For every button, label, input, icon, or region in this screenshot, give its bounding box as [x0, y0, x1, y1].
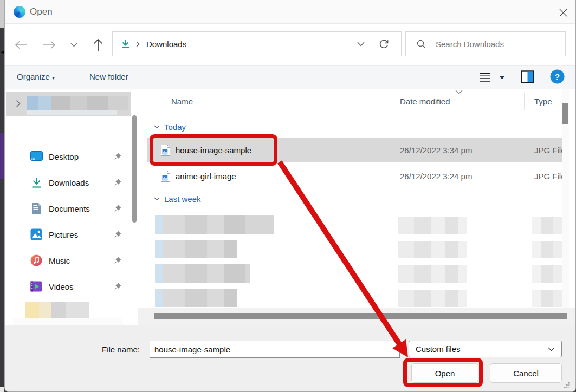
column-divider[interactable]: [524, 93, 525, 110]
breadcrumb-location[interactable]: Downloads: [146, 40, 186, 49]
videos-icon: [30, 280, 43, 293]
chevron-right-icon: [136, 41, 140, 47]
resize-grip[interactable]: [563, 381, 571, 389]
search-icon: [417, 40, 426, 49]
background-segment: [0, 387, 4, 392]
search-box[interactable]: Search Downloads: [405, 31, 566, 56]
address-bar-controls: [357, 39, 392, 49]
window-title: Open: [30, 6, 53, 17]
back-button[interactable]: [13, 37, 29, 53]
column-header-type[interactable]: Type: [534, 97, 552, 106]
file-name-label: File name:: [102, 345, 140, 354]
sidebar-item-music[interactable]: Music: [5, 247, 131, 273]
refresh-icon[interactable]: [379, 39, 389, 49]
sidebar-item-label: Pictures: [49, 230, 113, 239]
sidebar-item-desktop[interactable]: Desktop: [5, 143, 131, 169]
file-row-anime-girl-image[interactable]: anime-girl-image 26/12/2022 3:24 pm JPG …: [147, 164, 562, 188]
caret-down-icon: [499, 76, 505, 80]
view-mode-dropdown[interactable]: [499, 76, 505, 80]
chevron-down-icon: [154, 197, 160, 201]
file-row-blurred[interactable]: [138, 264, 562, 283]
search-placeholder: Search Downloads: [436, 40, 504, 49]
open-file-dialog: Open: [4, 0, 576, 392]
horizontal-scrollbar-thumb[interactable]: [154, 313, 567, 319]
group-header-last-week[interactable]: Last week: [154, 192, 201, 205]
file-type-select[interactable]: Custom files: [409, 341, 562, 357]
organize-menu-button[interactable]: Organize ▾: [17, 72, 55, 81]
column-header-date-modified[interactable]: Date modified: [400, 97, 450, 106]
arrow-left-icon: [15, 41, 28, 49]
chevron-down-icon: [548, 347, 555, 351]
file-name-input[interactable]: [150, 341, 400, 358]
sidebar-item-label: Music: [49, 256, 113, 265]
edge-app-icon: [14, 6, 25, 18]
blurred-content: [27, 96, 128, 110]
column-header-name[interactable]: Name: [171, 97, 193, 106]
sidebar-item-pictures[interactable]: Pictures: [5, 221, 131, 247]
help-button[interactable]: ?: [550, 69, 565, 84]
blurred-date: [398, 265, 467, 283]
file-list: Name Date modified Type Today: [138, 89, 576, 325]
chevron-down-icon: [70, 43, 77, 47]
pin-icon: [113, 231, 121, 239]
tree-item-blurred[interactable]: [6, 92, 131, 116]
music-icon: [30, 254, 43, 267]
close-button[interactable]: [555, 4, 571, 21]
chevron-down-icon: [154, 125, 160, 129]
blurred-type: [532, 265, 562, 283]
list-view-icon: [479, 72, 491, 82]
file-type: JPG File: [534, 146, 564, 155]
pin-icon: [113, 179, 121, 187]
svg-text:?: ?: [555, 72, 560, 81]
file-type-selected-value: Custom files: [416, 344, 548, 354]
pin-icon: [113, 153, 121, 161]
downloads-icon: [30, 176, 43, 189]
preview-pane-button[interactable]: [521, 70, 534, 83]
file-row-blurred[interactable]: [138, 215, 562, 234]
address-dropdown-icon[interactable]: [357, 42, 365, 47]
group-label: Last week: [164, 194, 201, 204]
forward-button[interactable]: [41, 37, 57, 53]
address-bar[interactable]: Downloads: [112, 31, 402, 56]
sidebar-item-documents[interactable]: Documents: [5, 195, 131, 221]
blurred-type: [532, 290, 562, 307]
file-type: JPG File: [534, 172, 564, 181]
background-segment: [0, 28, 4, 133]
file-row-house-image-sample[interactable]: house-image-sample 26/12/2022 3:34 pm JP…: [147, 138, 562, 162]
sidebar-divider: [10, 129, 123, 129]
file-name: house-image-sample: [176, 146, 251, 155]
navigation-sidebar: Desktop Downloads: [5, 89, 138, 325]
open-button[interactable]: Open: [411, 363, 478, 383]
cancel-button[interactable]: Cancel: [490, 363, 562, 383]
blurred-file-name: [155, 289, 237, 307]
sidebar-item-label: Documents: [49, 204, 113, 213]
file-row-blurred[interactable]: [138, 289, 562, 307]
background-segment: [0, 133, 4, 179]
sidebar-item-label: Downloads: [49, 178, 113, 187]
pin-icon: [113, 283, 121, 291]
sidebar-item-videos[interactable]: Videos: [5, 273, 131, 299]
blurred-date: [398, 241, 467, 258]
file-row-blurred[interactable]: [138, 240, 562, 258]
sidebar-item-label: Videos: [49, 282, 113, 291]
recent-locations-button[interactable]: [66, 37, 82, 53]
blurred-date: [398, 217, 467, 234]
sidebar-scrollbar[interactable]: [132, 115, 137, 223]
column-divider[interactable]: [394, 93, 394, 110]
background-window-edge: ◄: [0, 0, 4, 392]
pictures-icon: [30, 228, 43, 241]
sidebar-item-label: Desktop: [49, 152, 113, 161]
vertical-scrollbar-thumb[interactable]: [562, 103, 568, 124]
expand-chevron-icon[interactable]: [16, 100, 21, 108]
sidebar-item-blurred[interactable]: [25, 302, 89, 318]
pin-icon: [113, 257, 121, 265]
arrow-up-icon: [93, 38, 103, 51]
blurred-content: [27, 110, 117, 115]
view-mode-button[interactable]: [479, 72, 491, 82]
organize-label: Organize: [17, 72, 50, 81]
new-folder-button[interactable]: New folder: [89, 72, 128, 81]
file-name: anime-girl-image: [176, 172, 236, 181]
group-header-today[interactable]: Today: [154, 120, 186, 133]
up-button[interactable]: [90, 37, 106, 53]
sidebar-item-downloads[interactable]: Downloads: [5, 169, 131, 195]
